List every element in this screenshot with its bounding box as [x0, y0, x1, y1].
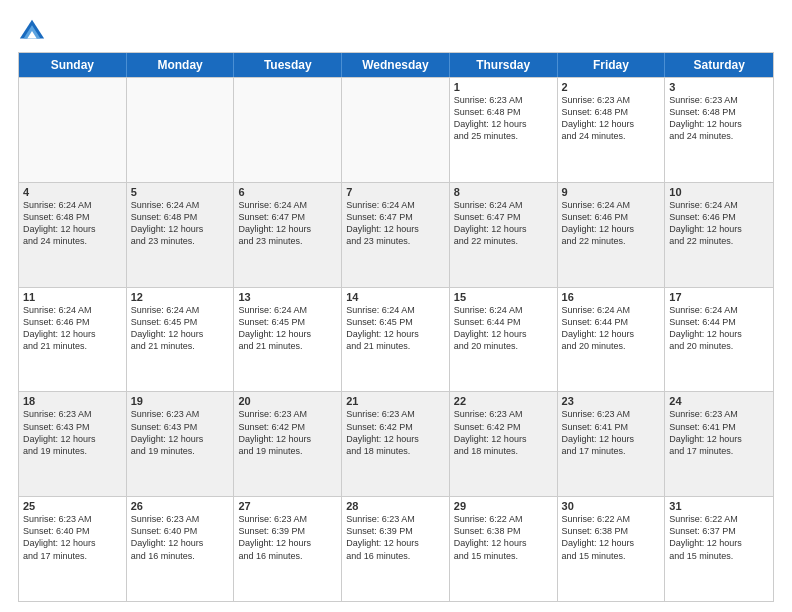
cell-info-line: Daylight: 12 hours: [346, 433, 445, 445]
calendar-cell: 23Sunrise: 6:23 AMSunset: 6:41 PMDayligh…: [558, 392, 666, 496]
calendar-cell: 27Sunrise: 6:23 AMSunset: 6:39 PMDayligh…: [234, 497, 342, 601]
cell-info-line: Sunset: 6:43 PM: [23, 421, 122, 433]
cell-info-line: Sunrise: 6:24 AM: [23, 304, 122, 316]
cell-info-line: Daylight: 12 hours: [23, 537, 122, 549]
cell-info-line: Sunset: 6:46 PM: [562, 211, 661, 223]
day-number: 16: [562, 291, 661, 303]
calendar-week-5: 25Sunrise: 6:23 AMSunset: 6:40 PMDayligh…: [19, 496, 773, 601]
cell-info-line: and 25 minutes.: [454, 130, 553, 142]
day-header-thursday: Thursday: [450, 53, 558, 77]
calendar-cell: 9Sunrise: 6:24 AMSunset: 6:46 PMDaylight…: [558, 183, 666, 287]
cell-info-line: Sunrise: 6:24 AM: [23, 199, 122, 211]
day-number: 29: [454, 500, 553, 512]
cell-info-line: Daylight: 12 hours: [669, 433, 769, 445]
cell-info-line: Daylight: 12 hours: [669, 537, 769, 549]
calendar-cell: [127, 78, 235, 182]
cell-info-line: Daylight: 12 hours: [669, 118, 769, 130]
cell-info-line: and 23 minutes.: [346, 235, 445, 247]
cell-info-line: Sunrise: 6:23 AM: [562, 94, 661, 106]
day-header-tuesday: Tuesday: [234, 53, 342, 77]
day-number: 30: [562, 500, 661, 512]
day-header-saturday: Saturday: [665, 53, 773, 77]
day-number: 15: [454, 291, 553, 303]
cell-info-line: and 17 minutes.: [669, 445, 769, 457]
cell-info-line: and 21 minutes.: [23, 340, 122, 352]
calendar-week-2: 4Sunrise: 6:24 AMSunset: 6:48 PMDaylight…: [19, 182, 773, 287]
cell-info-line: Daylight: 12 hours: [23, 433, 122, 445]
cell-info-line: and 16 minutes.: [346, 550, 445, 562]
calendar-week-1: 1Sunrise: 6:23 AMSunset: 6:48 PMDaylight…: [19, 77, 773, 182]
cell-info-line: Sunset: 6:42 PM: [454, 421, 553, 433]
cell-info-line: Sunset: 6:44 PM: [669, 316, 769, 328]
cell-info-line: Daylight: 12 hours: [238, 433, 337, 445]
calendar-cell: 6Sunrise: 6:24 AMSunset: 6:47 PMDaylight…: [234, 183, 342, 287]
cell-info-line: Sunset: 6:45 PM: [238, 316, 337, 328]
cell-info-line: Daylight: 12 hours: [562, 118, 661, 130]
cell-info-line: Sunset: 6:38 PM: [454, 525, 553, 537]
cell-info-line: and 21 minutes.: [238, 340, 337, 352]
cell-info-line: Sunrise: 6:24 AM: [346, 199, 445, 211]
calendar-week-4: 18Sunrise: 6:23 AMSunset: 6:43 PMDayligh…: [19, 391, 773, 496]
day-number: 31: [669, 500, 769, 512]
day-number: 2: [562, 81, 661, 93]
cell-info-line: Sunset: 6:39 PM: [346, 525, 445, 537]
day-number: 9: [562, 186, 661, 198]
calendar-cell: 21Sunrise: 6:23 AMSunset: 6:42 PMDayligh…: [342, 392, 450, 496]
day-number: 27: [238, 500, 337, 512]
day-number: 11: [23, 291, 122, 303]
cell-info-line: Daylight: 12 hours: [562, 223, 661, 235]
calendar-cell: 13Sunrise: 6:24 AMSunset: 6:45 PMDayligh…: [234, 288, 342, 392]
cell-info-line: Sunset: 6:44 PM: [562, 316, 661, 328]
cell-info-line: Sunset: 6:41 PM: [669, 421, 769, 433]
cell-info-line: and 23 minutes.: [238, 235, 337, 247]
cell-info-line: Sunrise: 6:24 AM: [562, 304, 661, 316]
logo: [18, 16, 50, 44]
cell-info-line: Daylight: 12 hours: [23, 328, 122, 340]
cell-info-line: and 19 minutes.: [23, 445, 122, 457]
calendar-cell: 10Sunrise: 6:24 AMSunset: 6:46 PMDayligh…: [665, 183, 773, 287]
cell-info-line: and 20 minutes.: [454, 340, 553, 352]
cell-info-line: Sunrise: 6:24 AM: [562, 199, 661, 211]
cell-info-line: Sunset: 6:37 PM: [669, 525, 769, 537]
day-number: 5: [131, 186, 230, 198]
cell-info-line: and 15 minutes.: [669, 550, 769, 562]
calendar-cell: [234, 78, 342, 182]
cell-info-line: Daylight: 12 hours: [562, 328, 661, 340]
calendar-cell: 17Sunrise: 6:24 AMSunset: 6:44 PMDayligh…: [665, 288, 773, 392]
cell-info-line: and 19 minutes.: [238, 445, 337, 457]
cell-info-line: Sunrise: 6:23 AM: [23, 513, 122, 525]
cell-info-line: Daylight: 12 hours: [23, 223, 122, 235]
day-number: 7: [346, 186, 445, 198]
calendar-cell: 25Sunrise: 6:23 AMSunset: 6:40 PMDayligh…: [19, 497, 127, 601]
cell-info-line: Daylight: 12 hours: [454, 328, 553, 340]
cell-info-line: and 24 minutes.: [562, 130, 661, 142]
calendar-cell: 19Sunrise: 6:23 AMSunset: 6:43 PMDayligh…: [127, 392, 235, 496]
cell-info-line: Daylight: 12 hours: [131, 328, 230, 340]
day-number: 10: [669, 186, 769, 198]
cell-info-line: and 19 minutes.: [131, 445, 230, 457]
cell-info-line: and 21 minutes.: [346, 340, 445, 352]
cell-info-line: Daylight: 12 hours: [346, 328, 445, 340]
calendar-cell: 14Sunrise: 6:24 AMSunset: 6:45 PMDayligh…: [342, 288, 450, 392]
day-number: 4: [23, 186, 122, 198]
day-number: 12: [131, 291, 230, 303]
cell-info-line: and 20 minutes.: [562, 340, 661, 352]
calendar-cell: 24Sunrise: 6:23 AMSunset: 6:41 PMDayligh…: [665, 392, 773, 496]
cell-info-line: and 23 minutes.: [131, 235, 230, 247]
day-number: 26: [131, 500, 230, 512]
calendar-cell: [19, 78, 127, 182]
cell-info-line: Sunrise: 6:24 AM: [669, 199, 769, 211]
page: SundayMondayTuesdayWednesdayThursdayFrid…: [0, 0, 792, 612]
cell-info-line: Sunrise: 6:22 AM: [562, 513, 661, 525]
calendar-cell: 31Sunrise: 6:22 AMSunset: 6:37 PMDayligh…: [665, 497, 773, 601]
cell-info-line: Sunset: 6:40 PM: [23, 525, 122, 537]
cell-info-line: Daylight: 12 hours: [238, 223, 337, 235]
calendar-body: 1Sunrise: 6:23 AMSunset: 6:48 PMDaylight…: [19, 77, 773, 601]
cell-info-line: Sunset: 6:48 PM: [669, 106, 769, 118]
calendar: SundayMondayTuesdayWednesdayThursdayFrid…: [18, 52, 774, 602]
cell-info-line: Daylight: 12 hours: [346, 537, 445, 549]
cell-info-line: Sunset: 6:48 PM: [23, 211, 122, 223]
cell-info-line: Sunset: 6:48 PM: [562, 106, 661, 118]
cell-info-line: Sunrise: 6:22 AM: [454, 513, 553, 525]
cell-info-line: Sunrise: 6:22 AM: [669, 513, 769, 525]
